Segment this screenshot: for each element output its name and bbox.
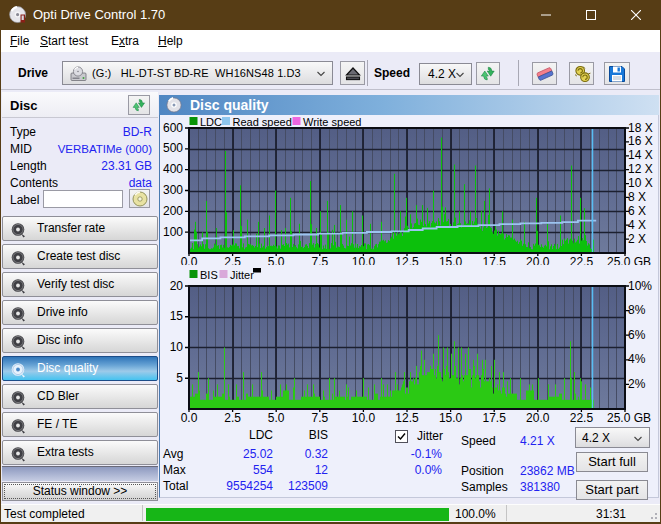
svg-text:14 X: 14 X (628, 148, 653, 162)
svg-text:5.0: 5.0 (268, 411, 285, 425)
svg-text:20: 20 (170, 279, 184, 293)
svg-text:12 X: 12 X (628, 162, 653, 176)
svg-text:25.0 GB: 25.0 GB (607, 255, 651, 265)
svg-text:8 X: 8 X (628, 190, 646, 204)
svg-text:2%: 2% (628, 377, 646, 391)
svg-text:25.0 GB: 25.0 GB (607, 411, 651, 425)
svg-text:Write speed: Write speed (303, 116, 362, 128)
svg-text:200: 200 (163, 204, 183, 218)
svg-text:22.5: 22.5 (570, 411, 594, 425)
svg-text:10: 10 (170, 340, 184, 354)
svg-text:20.0: 20.0 (526, 255, 550, 265)
svg-text:15.0: 15.0 (439, 411, 463, 425)
svg-text:5.0: 5.0 (268, 255, 285, 265)
svg-text:7.5: 7.5 (311, 411, 328, 425)
svg-text:15: 15 (170, 309, 184, 323)
svg-text:LDC: LDC (200, 116, 222, 128)
svg-text:7.5: 7.5 (311, 255, 328, 265)
svg-text:2.5: 2.5 (224, 255, 241, 265)
svg-text:17.5: 17.5 (483, 255, 507, 265)
svg-text:15.0: 15.0 (439, 255, 463, 265)
svg-text:4 X: 4 X (628, 218, 646, 232)
svg-text:4%: 4% (628, 352, 646, 366)
svg-text:0.0: 0.0 (181, 411, 198, 425)
svg-text:6%: 6% (628, 328, 646, 342)
svg-text:5: 5 (176, 371, 183, 385)
svg-text:17.5: 17.5 (483, 411, 507, 425)
svg-text:BIS: BIS (200, 269, 218, 281)
svg-text:10%: 10% (628, 279, 652, 293)
svg-text:8%: 8% (628, 303, 646, 317)
svg-text:16 X: 16 X (628, 134, 653, 148)
svg-text:2.5: 2.5 (224, 411, 241, 425)
svg-text:10.0: 10.0 (352, 255, 376, 265)
svg-text:2 X: 2 X (628, 232, 646, 246)
svg-text:100: 100 (163, 225, 183, 239)
svg-text:12.5: 12.5 (395, 255, 419, 265)
svg-text:18 X: 18 X (628, 121, 653, 135)
svg-text:22.5: 22.5 (570, 255, 594, 265)
svg-text:Jitter: Jitter (230, 269, 254, 281)
svg-text:500: 500 (163, 141, 183, 155)
svg-text:10 X: 10 X (628, 176, 653, 190)
svg-text:600: 600 (163, 121, 183, 135)
svg-text:6 X: 6 X (628, 204, 646, 218)
svg-text:300: 300 (163, 183, 183, 197)
svg-text:20.0: 20.0 (526, 411, 550, 425)
svg-text:400: 400 (163, 162, 183, 176)
svg-text:12.5: 12.5 (395, 411, 419, 425)
svg-text:10.0: 10.0 (352, 411, 376, 425)
svg-text:Read speed: Read speed (233, 116, 292, 128)
svg-text:0.0: 0.0 (181, 255, 198, 265)
